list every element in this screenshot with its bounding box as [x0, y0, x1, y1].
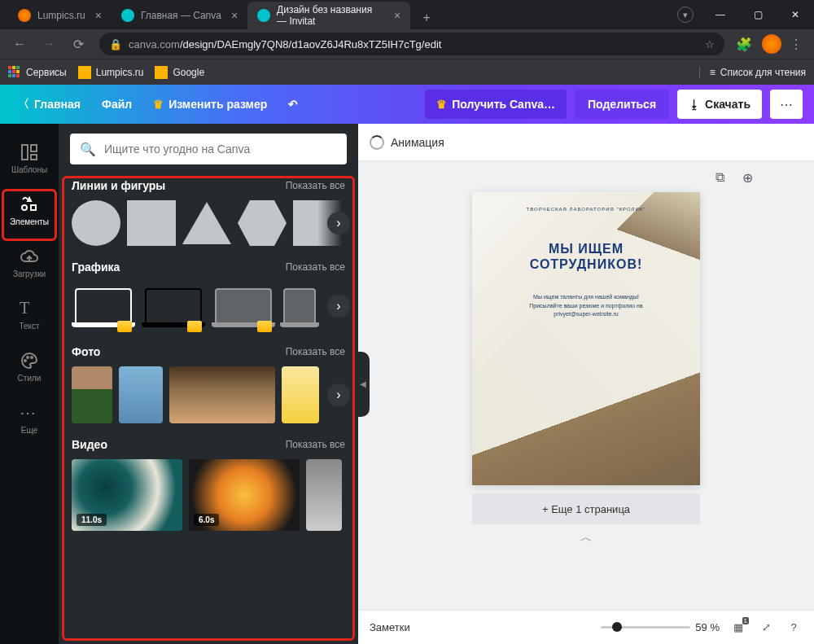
extensions-icon[interactable]: 🧩: [733, 33, 755, 55]
graphic-laptop-grey[interactable]: [212, 282, 275, 331]
rail-templates[interactable]: Шаблоны: [0, 132, 59, 184]
get-pro-button[interactable]: ♛Получить Canva…: [425, 90, 567, 119]
svg-rect-4: [31, 205, 36, 210]
undo-button[interactable]: ↶: [282, 93, 304, 116]
reading-list-label: Список для чтения: [720, 67, 806, 78]
browser-tabs: Lumpics.ru × Главная — Canva × Дизайн бе…: [0, 0, 669, 29]
page-strip-toggle[interactable]: ︿: [570, 529, 602, 541]
scroll-right-button[interactable]: ›: [327, 212, 350, 234]
animation-label: Анимация: [391, 136, 444, 149]
photo-thumb[interactable]: [169, 366, 275, 423]
photo-thumb[interactable]: [119, 366, 163, 423]
browser-menu-icon[interactable]: ⋮: [785, 33, 807, 55]
fullscreen-button[interactable]: ⤢: [757, 619, 775, 637]
elements-icon: [20, 195, 39, 214]
lock-icon: 🔒: [109, 38, 122, 50]
rail-more[interactable]: ⋯Еще: [0, 392, 59, 445]
favicon-icon: [257, 9, 270, 22]
new-tab-button[interactable]: +: [415, 7, 438, 29]
add-page-bar[interactable]: + Еще 1 страница: [472, 493, 700, 524]
undo-icon: ↶: [288, 98, 298, 111]
rail-label: Еще: [21, 426, 37, 435]
tab-close-icon[interactable]: ×: [394, 9, 400, 22]
tab-canva-design[interactable]: Дизайн без названия — Invitat ×: [247, 2, 410, 29]
maximize-button[interactable]: ▢: [739, 0, 777, 29]
bookmark-google[interactable]: Google: [155, 66, 204, 79]
graphic-laptop-partial[interactable]: [282, 282, 317, 331]
palette-icon: [20, 351, 39, 370]
rail-text[interactable]: TТекст: [0, 288, 59, 340]
tab-close-icon[interactable]: ×: [231, 9, 238, 22]
help-button[interactable]: ?: [785, 619, 803, 637]
download-icon: ⭳: [689, 98, 700, 111]
apps-icon: [8, 66, 21, 79]
bookmark-services[interactable]: Сервисы: [8, 66, 67, 79]
rail-label: Элементы: [10, 217, 49, 226]
video-duration: 11.0s: [77, 514, 107, 526]
crown-icon: ♛: [153, 98, 164, 111]
tab-close-icon[interactable]: ×: [95, 9, 102, 22]
download-button[interactable]: ⭳Скачать: [677, 90, 762, 119]
profile-avatar[interactable]: [762, 34, 781, 54]
rail-uploads[interactable]: Загрузки: [0, 236, 59, 288]
shape-circle[interactable]: [72, 200, 120, 246]
add-page-button[interactable]: ⊕: [737, 168, 757, 187]
canvas-stage[interactable]: ⧉ ⊕ ТВОРЧЕСКАЯ ЛАБОРАТОРИЯ "КРОЛИК" МЫ И…: [358, 161, 814, 610]
animation-icon: [370, 135, 384, 150]
reload-button[interactable]: ⟳: [65, 31, 91, 57]
graphic-laptop-dark[interactable]: [142, 282, 205, 331]
photo-thumb[interactable]: [72, 366, 112, 423]
show-all-link[interactable]: Показать все: [286, 261, 345, 273]
list-icon: ≡: [710, 67, 716, 78]
favicon-icon: [121, 9, 134, 22]
folder-icon: [78, 66, 91, 79]
search-input[interactable]: 🔍: [70, 134, 347, 164]
notes-button[interactable]: Заметки: [370, 621, 410, 633]
share-button[interactable]: Поделиться: [575, 90, 669, 119]
design-page[interactable]: ТВОРЧЕСКАЯ ЛАБОРАТОРИЯ "КРОЛИК" МЫ ИЩЕМС…: [472, 192, 700, 485]
home-button[interactable]: 〈Главная: [11, 92, 87, 116]
file-menu[interactable]: Файл: [95, 93, 138, 116]
scroll-right-button[interactable]: ›: [327, 383, 350, 406]
minimize-button[interactable]: ―: [702, 0, 739, 29]
account-indicator-icon[interactable]: ▾: [677, 7, 694, 23]
shape-hexagon[interactable]: [238, 200, 287, 246]
reading-list-button[interactable]: ≡Список для чтения: [699, 67, 806, 78]
address-bar[interactable]: 🔒 canva.com/design/DAEmgly7QN8/d1aovZ6J4…: [99, 33, 724, 55]
page-manager-button[interactable]: ▦1: [729, 619, 747, 637]
shape-square[interactable]: [127, 200, 176, 246]
tab-title: Дизайн без названия — Invitat: [277, 4, 384, 27]
tab-canva-home[interactable]: Главная — Canva ×: [112, 2, 247, 29]
page-headline: МЫ ИЩЕМ: [549, 242, 624, 256]
back-button[interactable]: ←: [7, 31, 33, 57]
rail-elements[interactable]: Элементы: [0, 184, 59, 236]
slider-thumb[interactable]: [612, 622, 622, 632]
video-thumb[interactable]: [306, 459, 342, 531]
scroll-right-button[interactable]: ›: [327, 295, 350, 318]
show-all-link[interactable]: Показать все: [286, 439, 345, 450]
bookmark-lumpics[interactable]: Lumpics.ru: [78, 66, 144, 79]
zoom-value: 59 %: [695, 621, 720, 633]
show-all-link[interactable]: Показать все: [286, 346, 345, 357]
pro-badge-icon: [187, 321, 202, 332]
zoom-slider[interactable]: [601, 626, 690, 629]
resize-label: Изменить размер: [168, 98, 267, 111]
resize-button[interactable]: ♛Изменить размер: [147, 93, 274, 116]
tab-lumpics[interactable]: Lumpics.ru ×: [8, 2, 112, 29]
duplicate-page-button[interactable]: ⧉: [710, 168, 729, 187]
shape-triangle[interactable]: [182, 202, 231, 244]
video-thumb[interactable]: 6.0s: [189, 459, 300, 531]
search-field[interactable]: [104, 142, 337, 156]
photo-thumb[interactable]: [282, 366, 319, 423]
close-window-button[interactable]: ✕: [777, 0, 814, 29]
bookmark-star-icon[interactable]: ☆: [705, 38, 715, 50]
cloud-upload-icon: [20, 247, 39, 266]
header-more-button[interactable]: ⋯: [770, 90, 803, 119]
graphic-laptop-outline[interactable]: [72, 282, 135, 331]
animation-button[interactable]: Анимация: [370, 135, 444, 150]
pro-badge-icon: [257, 321, 272, 332]
forward-button[interactable]: →: [36, 31, 62, 57]
rail-styles[interactable]: Стили: [0, 340, 59, 392]
show-all-link[interactable]: Показать все: [286, 180, 345, 191]
video-thumb[interactable]: 11.0s: [72, 459, 182, 531]
